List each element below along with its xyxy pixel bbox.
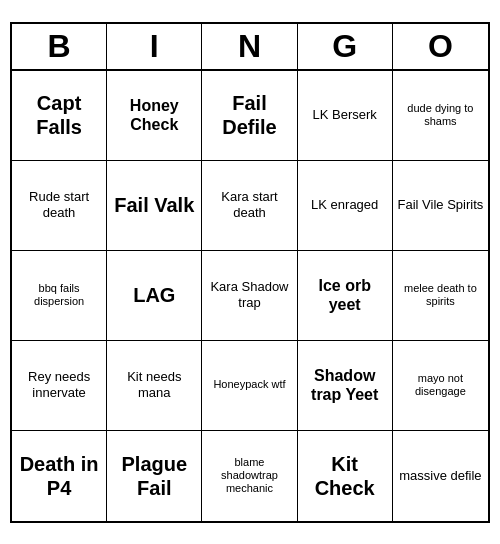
- bingo-cell: LK enraged: [298, 161, 393, 251]
- bingo-cell: Plague Fail: [107, 431, 202, 521]
- cell-label: Rude start death: [16, 189, 102, 220]
- cell-label: Fail Defile: [206, 91, 292, 139]
- bingo-header: BINGO: [12, 24, 488, 71]
- bingo-cell: Shadow trap Yeet: [298, 341, 393, 431]
- bingo-cell: LK Berserk: [298, 71, 393, 161]
- header-letter: I: [107, 24, 202, 69]
- cell-label: Honeypack wtf: [213, 378, 285, 391]
- cell-label: Plague Fail: [111, 452, 197, 500]
- cell-label: LK enraged: [311, 197, 378, 213]
- bingo-cell: Kit needs mana: [107, 341, 202, 431]
- bingo-cell: Rude start death: [12, 161, 107, 251]
- bingo-cell: bbq fails dispersion: [12, 251, 107, 341]
- cell-label: mayo not disengage: [397, 372, 484, 398]
- bingo-cell: LAG: [107, 251, 202, 341]
- cell-label: Kit Check: [302, 452, 388, 500]
- bingo-cell: Kit Check: [298, 431, 393, 521]
- cell-label: melee death to spirits: [397, 282, 484, 308]
- cell-label: massive defile: [399, 468, 481, 484]
- header-letter: G: [298, 24, 393, 69]
- bingo-cell: mayo not disengage: [393, 341, 488, 431]
- cell-label: Kara start death: [206, 189, 292, 220]
- cell-label: Shadow trap Yeet: [302, 366, 388, 404]
- cell-label: blame shadowtrap mechanic: [206, 456, 292, 496]
- cell-label: Fail Vile Spirits: [398, 197, 484, 213]
- bingo-cell: Fail Vile Spirits: [393, 161, 488, 251]
- bingo-card: BINGO Capt FallsHoney CheckFail DefileLK…: [10, 22, 490, 523]
- bingo-cell: Death in P4: [12, 431, 107, 521]
- cell-label: Death in P4: [16, 452, 102, 500]
- bingo-cell: Fail Defile: [202, 71, 297, 161]
- bingo-cell: Honeypack wtf: [202, 341, 297, 431]
- header-letter: O: [393, 24, 488, 69]
- cell-label: LAG: [133, 283, 175, 307]
- bingo-cell: Ice orb yeet: [298, 251, 393, 341]
- bingo-cell: Capt Falls: [12, 71, 107, 161]
- header-letter: B: [12, 24, 107, 69]
- bingo-cell: melee death to spirits: [393, 251, 488, 341]
- cell-label: Fail Valk: [114, 193, 194, 217]
- cell-label: Kit needs mana: [111, 369, 197, 400]
- bingo-cell: dude dying to shams: [393, 71, 488, 161]
- bingo-cell: Kara start death: [202, 161, 297, 251]
- bingo-cell: Fail Valk: [107, 161, 202, 251]
- cell-label: Capt Falls: [16, 91, 102, 139]
- bingo-cell: Kara Shadow trap: [202, 251, 297, 341]
- bingo-cell: blame shadowtrap mechanic: [202, 431, 297, 521]
- bingo-cell: Rey needs innervate: [12, 341, 107, 431]
- bingo-cell: massive defile: [393, 431, 488, 521]
- cell-label: LK Berserk: [313, 107, 377, 123]
- bingo-cell: Honey Check: [107, 71, 202, 161]
- cell-label: dude dying to shams: [397, 102, 484, 128]
- cell-label: Ice orb yeet: [302, 276, 388, 314]
- cell-label: bbq fails dispersion: [16, 282, 102, 308]
- cell-label: Kara Shadow trap: [206, 279, 292, 310]
- bingo-grid: Capt FallsHoney CheckFail DefileLK Berse…: [12, 71, 488, 521]
- cell-label: Honey Check: [111, 96, 197, 134]
- cell-label: Rey needs innervate: [16, 369, 102, 400]
- header-letter: N: [202, 24, 297, 69]
